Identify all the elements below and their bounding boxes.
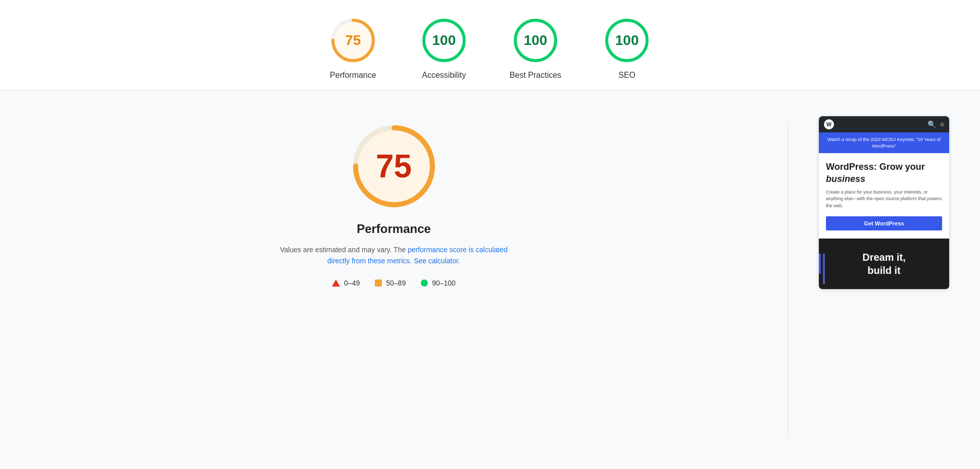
wp-logo: W	[824, 119, 834, 129]
score-circle-performance: 75	[328, 15, 378, 66]
vertical-divider	[788, 121, 788, 439]
triangle-icon	[332, 279, 340, 287]
score-circle-accessibility: 100	[419, 15, 469, 66]
phone-banner: Watch a recap of the 2023 WCEU Keynote, …	[819, 132, 949, 153]
score-label-accessibility: Accessibility	[422, 71, 466, 80]
legend-range-orange: 50–89	[386, 279, 406, 287]
circle-icon	[421, 279, 428, 287]
large-gauge: 75	[349, 121, 439, 212]
decorative-line-1	[819, 254, 821, 274]
score-value-performance: 75	[345, 33, 361, 48]
score-label-performance: Performance	[330, 71, 376, 80]
score-item-best-practices: 100 Best Practices	[510, 15, 561, 80]
large-score-label: Performance	[357, 222, 431, 236]
score-item-accessibility: 100 Accessibility	[419, 15, 469, 80]
phone-mockup: W 🔍 ≡ Watch a recap of the 2023 WCEU Key…	[818, 116, 950, 290]
phone-desc: Create a place for your business, your i…	[826, 189, 942, 210]
score-circle-best-practices: 100	[510, 15, 561, 66]
legend-item-green: 90–100	[421, 279, 456, 287]
phone-body: WordPress: Grow your business Create a p…	[819, 153, 949, 239]
legend-item-red: 0–49	[332, 279, 360, 287]
legend-range-red: 0–49	[344, 279, 360, 287]
main-content: 75 Performance Values are estimated and …	[0, 90, 980, 469]
score-value-seo: 100	[615, 33, 639, 48]
left-panel: 75 Performance Values are estimated and …	[30, 111, 757, 449]
menu-icon: ≡	[940, 120, 944, 128]
score-item-seo: 100 SEO	[602, 15, 652, 80]
legend-row: 0–49 50–89 90–100	[332, 279, 456, 287]
phone-image-text: Dream it,build it	[862, 251, 906, 277]
phone-title-italic: business	[826, 174, 865, 184]
performance-description: Values are estimated and may vary. The p…	[273, 244, 515, 267]
phone-header: W 🔍 ≡	[819, 116, 949, 132]
score-label-seo: SEO	[618, 71, 635, 80]
banner-text: Watch a recap of the 2023 WCEU Keynote, …	[827, 137, 941, 149]
desc-prefix: Values are estimated and may vary. The	[280, 246, 408, 254]
phone-title-text: WordPress: Grow your	[826, 162, 925, 172]
right-panel: W 🔍 ≡ Watch a recap of the 2023 WCEU Key…	[818, 111, 950, 449]
large-score-value: 75	[376, 150, 412, 182]
phone-cta-button[interactable]: Get WordPress	[826, 216, 942, 230]
square-icon	[375, 279, 382, 287]
decorative-line-2	[823, 254, 825, 284]
score-circle-seo: 100	[602, 15, 652, 66]
phone-image-section: Dream it,build it	[819, 239, 949, 289]
score-value-accessibility: 100	[432, 33, 456, 48]
phone-header-icons: 🔍 ≡	[927, 120, 944, 128]
search-icon: 🔍	[927, 120, 936, 128]
see-calculator-link[interactable]: See calculator.	[414, 257, 460, 265]
legend-item-orange: 50–89	[375, 279, 406, 287]
scores-row: 75 Performance 100 Accessibility	[20, 15, 960, 80]
phone-title: WordPress: Grow your business	[826, 161, 942, 185]
score-item-performance: 75 Performance	[328, 15, 378, 80]
score-label-best-practices: Best Practices	[510, 71, 561, 80]
score-value-best-practices: 100	[524, 33, 548, 48]
top-scores-section: 75 Performance 100 Accessibility	[0, 0, 980, 90]
legend-range-green: 90–100	[432, 279, 456, 287]
